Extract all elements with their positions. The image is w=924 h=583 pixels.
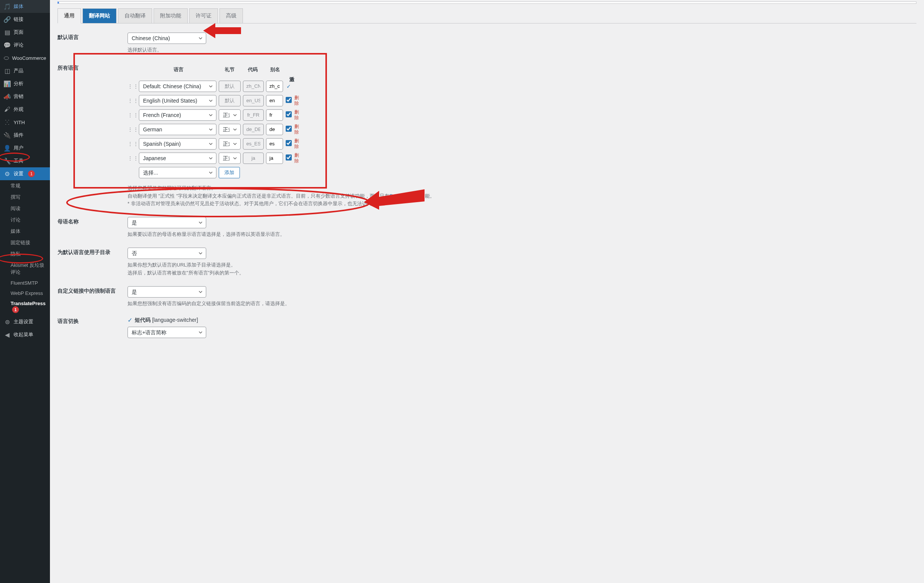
add-lang-select[interactable]: 选择...	[139, 167, 216, 178]
native-name-label: 母语名称	[58, 217, 127, 238]
sidebar-item-pages[interactable]: ▤页面	[0, 26, 50, 39]
col-header-formality: 礼节	[218, 66, 241, 73]
sidebar-item-tools[interactable]: 🔧工具	[0, 154, 50, 167]
lang-select-1[interactable]: English (United States)	[139, 95, 216, 106]
alias-3[interactable]	[266, 124, 283, 135]
sidebar-item-plugins[interactable]: 🔌插件	[0, 129, 50, 142]
sidebar-item-comments[interactable]: 💬评论	[0, 39, 50, 51]
sidebar-item-woocommerce[interactable]: ⬭WooCommerce	[0, 51, 50, 64]
sidebar-item-products[interactable]: ◫产品	[0, 64, 50, 77]
drag-handle-icon[interactable]: ⋮⋮	[127, 126, 137, 132]
subdir-helper-2: 选择后，默认语言将被放在"所有语言"列表的第一个。	[127, 269, 916, 277]
tab-auto-translate[interactable]: 自动翻译	[118, 8, 152, 23]
deepl-link[interactable]: DeepL	[389, 193, 404, 199]
submenu-discussion[interactable]: 讨论	[0, 214, 50, 226]
formality-1	[219, 95, 241, 106]
sidebar-item-theme-settings[interactable]: ⊚主题设置	[0, 315, 50, 328]
submenu-writing[interactable]: 撰写	[0, 192, 50, 203]
switcher-select[interactable]: 标志+语言简称	[127, 327, 206, 338]
submenu-general[interactable]: 常规	[0, 180, 50, 192]
lang-select-5[interactable]: Japanese	[139, 153, 216, 164]
drag-handle-icon[interactable]: ⋮⋮	[127, 97, 137, 104]
active-checkbox-5[interactable]	[285, 154, 292, 160]
submenu-privacy[interactable]: 隐私	[0, 248, 50, 260]
default-lang-select[interactable]: Chinese (China)	[127, 33, 206, 44]
sidebar-item-yith[interactable]: ⵘYITH	[0, 116, 50, 129]
sidebar-item-users[interactable]: 👤用户	[0, 142, 50, 154]
col-header-alias: 别名	[264, 66, 285, 73]
tab-translate-site[interactable]: 翻译网站	[82, 8, 117, 23]
lang-select-3[interactable]: German	[139, 124, 216, 135]
alias-0[interactable]	[266, 81, 283, 92]
tab-addons[interactable]: 附加功能	[153, 8, 188, 23]
alias-1[interactable]	[266, 95, 283, 106]
default-lang-label: 默认语言	[58, 33, 127, 54]
tab-license[interactable]: 许可证	[189, 8, 218, 23]
sidebar-item-media[interactable]: 🎵媒体	[0, 0, 50, 13]
alias-2[interactable]	[266, 109, 283, 121]
delete-link-4[interactable]: 删除	[294, 138, 302, 149]
code-2	[243, 109, 264, 121]
sidebar-item-settings[interactable]: ⚙设置1	[0, 167, 50, 180]
drag-handle-icon[interactable]: ⋮⋮	[127, 141, 137, 147]
native-name-select[interactable]: 是	[127, 217, 206, 228]
submenu-reading[interactable]: 阅读	[0, 203, 50, 214]
tab-general[interactable]: 通用	[58, 8, 81, 23]
sidebar-item-analytics[interactable]: 📊分析	[0, 77, 50, 90]
submenu-permalinks[interactable]: 固定链接	[0, 237, 50, 248]
delete-link-5[interactable]: 删除	[294, 153, 302, 164]
delete-link-3[interactable]: 删除	[294, 124, 302, 135]
formality-2[interactable]: 正式	[219, 109, 241, 121]
add-lang-button[interactable]: 添加	[219, 167, 240, 178]
all-langs-label: 所有语言	[58, 63, 127, 208]
active-checkbox-3[interactable]	[285, 126, 292, 132]
formality-5[interactable]: 正式	[219, 153, 241, 164]
subdir-label: 为默认语言使用子目录	[58, 248, 127, 277]
active-checkbox-1[interactable]	[285, 97, 292, 103]
theme-settings-icon: ⊚	[4, 319, 11, 325]
admin-sidebar: 🎵媒体 🔗链接 ▤页面 💬评论 ⬭WooCommerce ◫产品 📊分析 📣营销…	[0, 0, 50, 583]
main-content: 通用 翻译网站 自动翻译 附加功能 许可证 高级 默认语言 Chinese (C…	[50, 0, 924, 583]
tools-icon: 🔧	[4, 157, 11, 164]
yith-icon: ⵘ	[4, 119, 11, 126]
formality-4[interactable]: 正式	[219, 138, 241, 150]
submenu-webpexpress[interactable]: WebP Express	[0, 288, 50, 298]
col-header-code: 代码	[241, 66, 264, 73]
col-header-lang: 语言	[139, 66, 218, 73]
settings-badge: 1	[28, 170, 35, 177]
sidebar-item-links[interactable]: 🔗链接	[0, 13, 50, 26]
submenu-fluentsmtp[interactable]: FluentSMTP	[0, 278, 50, 288]
active-checkbox-4[interactable]	[285, 140, 292, 146]
lang-select-4[interactable]: Spanish (Spain)	[139, 138, 216, 150]
submenu-media[interactable]: 媒体	[0, 226, 50, 237]
force-lang-select[interactable]: 是	[127, 286, 206, 297]
formality-0	[219, 81, 241, 92]
default-lang-helper: 选择默认语言。	[127, 46, 916, 54]
force-lang-label: 自定义链接中的强制语言	[58, 286, 127, 308]
delete-link-1[interactable]: 删除	[294, 95, 302, 106]
user-icon: 👤	[4, 145, 11, 152]
comment-icon: 💬	[4, 41, 11, 48]
alias-4[interactable]	[266, 138, 283, 150]
formality-3[interactable]: 正式	[219, 124, 241, 135]
drag-handle-icon[interactable]: ⋮⋮	[127, 155, 137, 161]
collapse-icon: ◀	[4, 331, 11, 338]
lang-select-2[interactable]: French (France)	[139, 109, 216, 121]
subdir-select[interactable]: 否	[127, 248, 206, 259]
submenu-translatepress[interactable]: TranslatePress1	[0, 298, 50, 315]
submenu-akismet[interactable]: Akismet 反垃圾评论	[0, 260, 50, 278]
alias-5[interactable]	[266, 153, 283, 164]
active-checkbox-2[interactable]	[285, 111, 292, 117]
lang-select-0[interactable]: Default: Chinese (China)	[139, 81, 216, 92]
delete-link-2[interactable]: 删除	[294, 109, 302, 121]
all-langs-helper-1: 选择您希望使您的网站可用的翻译语言。	[127, 184, 916, 192]
drag-handle-icon[interactable]: ⋮⋮	[127, 83, 137, 89]
active-check-0: ✓	[285, 83, 292, 89]
page-icon: ▤	[4, 29, 11, 36]
sidebar-item-collapse[interactable]: ◀收起菜单	[0, 328, 50, 341]
drag-handle-icon[interactable]: ⋮⋮	[127, 112, 137, 118]
tab-advanced[interactable]: 高级	[219, 8, 243, 23]
sidebar-item-appearance[interactable]: 🖌外观	[0, 103, 50, 116]
sidebar-item-marketing[interactable]: 📣营销	[0, 90, 50, 103]
code-4	[243, 138, 264, 150]
